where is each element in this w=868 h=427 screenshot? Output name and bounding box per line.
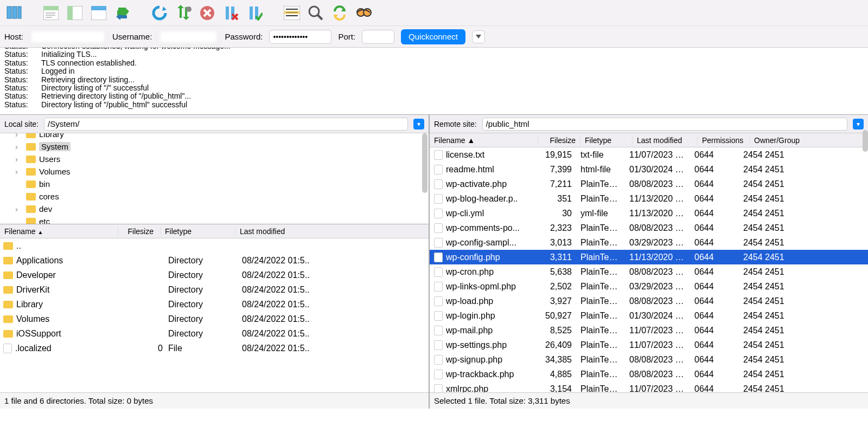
file-icon [3,344,12,353]
remote-col-name[interactable]: Filename [434,136,465,145]
local-col-modified[interactable]: Last modified [240,227,316,236]
file-row[interactable]: .localized0File08/24/2022 01:5.. [0,341,429,355]
local-path-input[interactable] [44,118,408,131]
file-row[interactable]: wp-activate.php7,211PlainTextT..08/08/20… [430,177,868,191]
filter-button[interactable] [281,2,303,24]
file-icon [434,238,443,248]
tree-item[interactable]: etc [0,215,429,224]
site-manager-button[interactable] [3,2,25,24]
local-path-dropdown[interactable]: ▾ [413,119,424,130]
svg-point-23 [309,7,319,16]
username-input[interactable] [158,30,218,44]
message-log[interactable]: Status:Connection established, waiting f… [0,48,868,115]
remote-col-owner[interactable]: Owner/Group [750,136,868,145]
remote-col-permissions[interactable]: Permissions [698,136,750,145]
disconnect-button[interactable] [220,2,242,24]
file-icon [434,179,443,189]
file-row[interactable]: wp-blog-header.p..351PlainTextT..11/13/2… [430,191,868,206]
port-input[interactable] [362,30,394,44]
tree-item[interactable]: ›Volumes [0,165,429,178]
folder-icon [3,242,13,250]
quickconnect-button[interactable]: Quickconnect [401,29,465,44]
file-row[interactable]: wp-load.php3,927PlainTextT..08/08/2023 1… [430,294,868,308]
file-row[interactable]: wp-signup.php34,385PlainTextT..08/08/202… [430,352,868,367]
svg-line-24 [318,15,322,20]
local-col-name[interactable]: Filename [4,227,36,236]
file-row[interactable]: wp-settings.php26,409PlainTextT..11/07/2… [430,338,868,352]
password-label: Password: [225,32,263,41]
local-tree[interactable]: ›Library›System›Users›Volumesbincores›de… [0,133,429,224]
host-label: Host: [4,32,23,41]
file-row[interactable]: DeveloperDirectory08/24/2022 01:5.. [0,268,429,282]
tree-item[interactable]: ›Users [0,153,429,165]
toggle-log-button[interactable] [40,2,62,24]
tree-item[interactable]: bin [0,178,429,190]
reconnect-button[interactable] [244,2,266,24]
toggle-local-tree-button[interactable] [64,2,86,24]
file-row[interactable]: LibraryDirectory08/24/2022 01:5.. [0,297,429,312]
host-input[interactable] [30,30,106,44]
folder-icon [26,180,36,188]
local-col-size[interactable]: Filesize [123,227,161,236]
remote-path-dropdown[interactable]: ▾ [853,119,864,130]
file-row[interactable]: wp-trackback.php4,885PlainTextT..08/08/2… [430,367,868,381]
file-row[interactable]: wp-comments-po...2,323PlainTextT..08/08/… [430,221,868,235]
process-queue-button[interactable] [173,2,194,24]
folder-icon [3,301,13,308]
local-tree-scrollbar[interactable] [422,133,427,193]
log-row: Status:Logged in [4,67,864,75]
toggle-remote-tree-button[interactable] [88,2,110,24]
sort-asc-icon: ▲ [465,136,475,145]
refresh-button[interactable] [149,2,170,24]
file-icon [434,326,443,335]
toggle-queue-button[interactable] [112,2,133,24]
remote-scrollbar[interactable] [863,130,868,152]
file-row[interactable]: wp-login.php50,927PlainTextT..01/30/2024… [430,308,868,323]
file-row[interactable]: readme.html7,399html-file01/30/2024 1...… [430,162,868,177]
file-row[interactable]: wp-config.php3,311PlainTextT..11/13/2020… [430,250,868,264]
folder-icon [3,257,13,264]
file-icon [434,340,443,350]
svg-rect-14 [226,7,229,20]
local-col-type[interactable]: Filetype [165,227,235,236]
file-row[interactable]: ApplicationsDirectory08/24/2022 01:5.. [0,253,429,268]
svg-rect-1 [12,7,17,18]
remote-col-type[interactable]: Filetype [580,136,633,145]
folder-icon [26,133,36,138]
local-file-list[interactable]: ..ApplicationsDirectory08/24/2022 01:5..… [0,238,429,392]
file-icon [434,282,443,292]
local-site-label: Local site: [4,120,39,128]
file-icon [434,296,443,306]
password-input[interactable] [269,30,331,44]
file-row[interactable]: DriverKitDirectory08/24/2022 01:5.. [0,282,429,297]
tree-item[interactable]: ›Library [0,133,429,140]
search-button[interactable] [353,2,374,24]
file-row[interactable]: wp-cli.yml30yml-file11/13/2020 0...06442… [430,206,868,221]
cancel-button[interactable] [196,2,218,24]
file-icon [434,267,443,277]
log-row: Status:Retrieving directory listing of "… [4,92,864,100]
local-file-header[interactable]: Filename▲ Filesize Filetype Last modifie… [0,224,429,238]
file-row[interactable]: wp-links-opml.php2,502PlainTextT..03/29/… [430,279,868,294]
file-row[interactable]: wp-cron.php5,638PlainTextT..08/08/2023 1… [430,264,868,279]
tree-item[interactable]: ›System [0,140,429,153]
file-row[interactable]: wp-mail.php8,525PlainTextT..11/07/2023 1… [430,323,868,338]
file-row[interactable]: VolumesDirectory08/24/2022 01:5.. [0,312,429,326]
remote-col-modified[interactable]: Last modified [633,136,698,145]
remote-file-list[interactable]: license.txt19,915txt-file11/07/2023 1...… [430,147,868,392]
tree-item[interactable]: cores [0,190,429,203]
tree-item[interactable]: ›dev [0,203,429,215]
quickconnect-dropdown[interactable] [472,30,485,43]
file-row[interactable]: iOSSupportDirectory08/24/2022 01:5.. [0,326,429,341]
remote-path-input[interactable] [482,118,847,131]
file-row[interactable]: xmlrpc.php3,154PlainTextT..11/07/2023 1.… [430,381,868,392]
file-row[interactable]: .. [0,238,429,253]
compare-button[interactable] [305,2,327,24]
file-row[interactable]: wp-config-sampl...3,013PlainTextT..03/29… [430,235,868,250]
main-toolbar [0,0,868,26]
file-row[interactable]: license.txt19,915txt-file11/07/2023 1...… [430,147,868,162]
remote-col-size[interactable]: Filesize [538,136,580,145]
remote-file-header[interactable]: Filename ▲ Filesize Filetype Last modifi… [430,133,868,147]
sync-browse-button[interactable] [329,2,350,24]
file-icon [434,165,443,174]
